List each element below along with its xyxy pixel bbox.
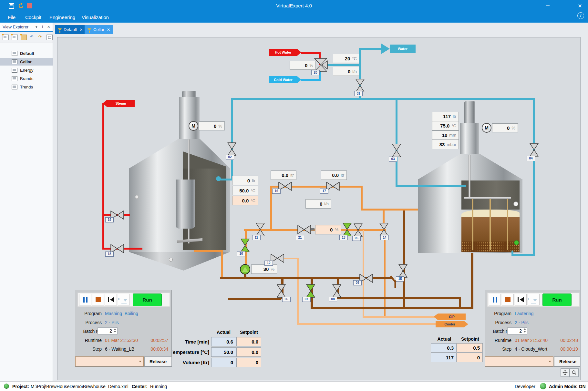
program-value[interactable]: Lautering <box>515 311 533 316</box>
status-bar: Project: M:\Proj\BrewHouseDemo\Brewhouse… <box>0 381 588 391</box>
chevron-down-icon[interactable]: ▾ <box>36 25 37 29</box>
valve-02[interactable] <box>227 142 237 156</box>
valve-tag: 05 <box>352 236 361 241</box>
explorer-header: View Explorer ▾ Ʇ ✕ <box>0 23 53 32</box>
zoom-button[interactable] <box>570 368 579 377</box>
download-button[interactable] <box>528 294 540 305</box>
valve-07[interactable] <box>306 284 315 298</box>
run-button[interactable]: Run <box>542 293 572 306</box>
tree-item-trends[interactable]: Trends <box>0 83 53 91</box>
tab-close-icon[interactable]: ✕ <box>107 27 110 32</box>
motor-left: M <box>189 121 198 131</box>
cell-actual: 0.6 <box>211 337 236 346</box>
admin-mode-icon[interactable]: → <box>540 383 546 389</box>
valve-06[interactable] <box>276 284 286 298</box>
stop-button[interactable] <box>502 294 514 305</box>
cell-setpoint[interactable]: 0.0 <box>236 347 261 357</box>
pause-button[interactable] <box>79 294 91 305</box>
close-button[interactable]: ✕ <box>572 0 588 12</box>
row-label: Time [min] <box>167 337 209 346</box>
valve-tag: 19 <box>105 217 114 222</box>
pipe <box>361 209 418 211</box>
valve-08[interactable] <box>332 284 342 298</box>
valve-21[interactable] <box>297 225 311 234</box>
maximize-button[interactable] <box>556 0 572 12</box>
rake-tine <box>472 199 473 250</box>
valve-05[interactable] <box>353 223 363 237</box>
valve-tag: 04 <box>527 156 535 161</box>
message-dropdown[interactable] <box>485 356 553 366</box>
valve-01[interactable] <box>355 78 365 93</box>
tree-item-energy[interactable]: Energy <box>0 66 53 74</box>
funnel-icon <box>88 28 91 31</box>
process-value[interactable]: 2 - Pils <box>105 320 119 325</box>
tree-item-brands[interactable]: Brands <box>0 75 53 82</box>
pipe <box>283 258 298 259</box>
program-toolbar: Run <box>487 293 580 307</box>
run-button[interactable]: Run <box>133 293 162 306</box>
pin-icon[interactable]: Ʇ <box>41 25 44 29</box>
tree-item-cell[interactable]: Cellar <box>0 58 53 66</box>
valve-13[interactable] <box>342 222 352 237</box>
program-label: Program <box>76 311 102 316</box>
skip-back-button[interactable] <box>105 294 117 305</box>
batch-spinner[interactable]: 2 <box>507 327 527 334</box>
valve-03[interactable] <box>392 143 401 158</box>
pipe <box>403 211 405 309</box>
cell-setpoint[interactable]: 0 <box>236 358 261 367</box>
tab-close-icon[interactable]: ✕ <box>79 27 83 32</box>
release-button[interactable]: Release <box>554 356 581 366</box>
release-button[interactable]: Release <box>144 356 172 366</box>
tab-default[interactable]: Default✕ <box>55 25 86 34</box>
stop-button[interactable] <box>92 294 104 305</box>
new-linked-view-icon[interactable]: ★ <box>12 35 18 40</box>
view-icon <box>12 76 17 81</box>
valve-15[interactable] <box>398 264 408 278</box>
valve-04[interactable] <box>529 143 539 157</box>
message-dropdown[interactable] <box>75 356 144 366</box>
step-value: 6 - Waiting_LB <box>105 346 134 352</box>
new-view-icon[interactable]: ★ <box>3 35 9 40</box>
valve-11[interactable] <box>255 222 265 237</box>
new-folder-icon[interactable]: ★ <box>21 35 27 40</box>
program-value[interactable]: Mashing_Boiling <box>105 311 138 316</box>
cip-banner: CIP <box>438 314 466 320</box>
download-button[interactable] <box>118 294 130 305</box>
center-status: Running <box>150 384 167 389</box>
pan-button[interactable] <box>561 368 570 377</box>
right-program-panel: Run Program Lautering Process 2 - Pils B… <box>485 290 581 367</box>
valve-14[interactable] <box>379 222 389 237</box>
menu-visualization[interactable]: Visualization <box>78 12 112 23</box>
skip-back-button[interactable] <box>515 294 527 305</box>
valve-tag: 20 <box>311 70 320 75</box>
left-tank-cap <box>182 91 196 98</box>
menu-engineering[interactable]: Engineering <box>46 12 78 23</box>
cell-setpoint[interactable]: 0.5 <box>457 343 483 353</box>
menu-file[interactable]: File <box>5 12 19 23</box>
process-label: Process <box>76 320 102 325</box>
left-program-panel: Run Program Mashing_Boiling Process 2 - … <box>75 290 172 367</box>
pipe <box>297 258 299 324</box>
view-icon <box>12 59 17 64</box>
runtime-elapsed: 00:02:48 <box>561 338 578 343</box>
valve-tag: 08 <box>329 297 337 302</box>
info-icon[interactable]: i <box>577 12 584 19</box>
pause-button[interactable] <box>489 294 501 305</box>
redo-icon[interactable]: ↷ <box>38 35 44 40</box>
copy-icon[interactable] <box>46 35 53 40</box>
project-label: Project: <box>12 384 29 389</box>
batch-spinner[interactable]: 2 <box>98 327 118 334</box>
cell-setpoint[interactable]: 0.0 <box>236 337 261 346</box>
title-bar: VirtualExpert 4.0 ✕ <box>0 0 588 12</box>
pipe <box>324 64 361 66</box>
valve-tag: 21 <box>296 235 304 240</box>
menu-cockpit[interactable]: Cockpit <box>22 12 45 23</box>
process-value[interactable]: 2 - Pils <box>515 320 529 325</box>
minimize-button[interactable] <box>540 0 556 12</box>
valve-10[interactable] <box>240 238 250 252</box>
tree-item-default[interactable]: Default <box>0 49 53 57</box>
cell-setpoint[interactable]: 0 <box>457 353 483 362</box>
undo-icon[interactable]: ↶ <box>30 35 35 40</box>
tab-cellar[interactable]: Cellar✕ <box>85 25 113 34</box>
close-panel-icon[interactable]: ✕ <box>47 25 50 29</box>
